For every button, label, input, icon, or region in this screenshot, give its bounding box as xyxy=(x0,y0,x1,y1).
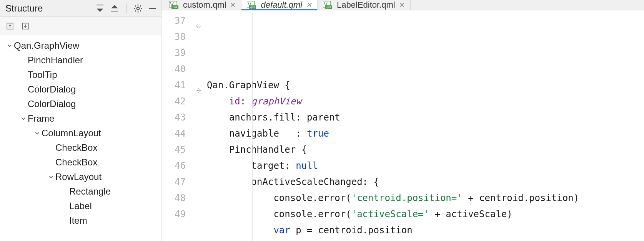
expand-top-icon[interactable] xyxy=(95,4,105,13)
collapse-bottom-icon[interactable] xyxy=(110,4,119,13)
tree-item-label: CheckBox xyxy=(55,142,97,153)
svg-point-0 xyxy=(137,7,140,10)
scroll-to-source-icon[interactable] xyxy=(5,21,15,31)
structure-subbar xyxy=(0,17,161,35)
code-line[interactable]: target: null xyxy=(207,158,644,174)
tree-item[interactable]: ToolTip xyxy=(0,68,161,82)
structure-title: Structure xyxy=(5,3,95,14)
fold-cell xyxy=(192,174,205,190)
qml-file-icon: qml xyxy=(169,1,179,9)
close-icon[interactable]: ✕ xyxy=(230,1,236,9)
separator xyxy=(126,3,126,13)
code-line[interactable]: var p = centroid.position xyxy=(207,222,644,238)
code-line[interactable]: console.error('activeScale=' + activeSca… xyxy=(207,206,644,222)
tree-item[interactable]: Label xyxy=(0,199,161,213)
code-line[interactable]: Qan.GraphView { xyxy=(207,77,644,93)
fold-column[interactable] xyxy=(192,10,205,241)
svg-rect-13 xyxy=(197,26,200,26)
svg-text:qml: qml xyxy=(251,6,255,9)
line-number: 42 xyxy=(161,93,186,109)
tree-item[interactable]: ColorDialog xyxy=(0,82,161,97)
tree-item[interactable]: Frame xyxy=(0,111,161,126)
code-line[interactable]: onActiveScaleChanged: { xyxy=(207,174,644,190)
tree-item[interactable]: Rectangle xyxy=(0,184,161,199)
gear-icon[interactable] xyxy=(133,4,143,13)
line-number: 43 xyxy=(161,109,186,125)
editor-area: qmlcustom.qml✕qmldefault.qml✕qmlLabelEdi… xyxy=(161,0,644,241)
code-line[interactable]: var f = activeScale > 1.0 ? 1. : -1. xyxy=(207,238,644,241)
code-content[interactable]: Qan.GraphView { id: graphView anchors.fi… xyxy=(205,10,644,241)
line-number: 44 xyxy=(161,125,186,142)
tree-item-label: PinchHandler xyxy=(28,55,83,66)
code-line[interactable]: id: graphView xyxy=(207,93,644,109)
tree-item-label: ToolTip xyxy=(28,69,57,80)
chevron-down-icon[interactable] xyxy=(33,130,42,136)
code-line[interactable]: console.error('centroid.position=' + cen… xyxy=(207,190,644,206)
fold-cell xyxy=(192,190,205,206)
editor-tab[interactable]: qmldefault.qml✕ xyxy=(241,0,318,10)
tree-item-label: CheckBox xyxy=(55,157,97,168)
line-number: 49 xyxy=(161,206,186,222)
line-number: 46 xyxy=(161,158,186,174)
code-line[interactable]: PinchHandler { xyxy=(207,142,644,158)
indent-guide xyxy=(230,13,230,241)
minimize-icon[interactable] xyxy=(148,4,157,13)
fold-cell xyxy=(192,109,205,125)
tree-item-label: Rectangle xyxy=(69,186,111,197)
line-number: 47 xyxy=(161,174,186,190)
svg-rect-14 xyxy=(197,90,200,91)
tree-item-label: RowLayout xyxy=(55,172,102,182)
svg-text:qml: qml xyxy=(326,6,331,9)
line-number: 45 xyxy=(161,142,186,158)
code-line[interactable]: navigable : true xyxy=(207,125,644,142)
scroll-from-source-icon[interactable] xyxy=(21,21,30,31)
app-root: Structure xyxy=(0,0,644,241)
fold-cell xyxy=(192,45,205,61)
tree-item[interactable]: ColorDialog xyxy=(0,97,161,111)
qml-file-icon: qml xyxy=(247,1,257,9)
tree-item[interactable]: PinchHandler xyxy=(0,53,161,68)
fold-cell xyxy=(192,29,205,45)
line-number: 48 xyxy=(161,190,186,206)
tree-item[interactable]: RowLayout xyxy=(0,170,161,184)
qml-file-icon: qml xyxy=(323,1,333,9)
structure-header-icons xyxy=(95,3,157,13)
fold-open-icon[interactable] xyxy=(196,18,202,24)
fold-cell xyxy=(192,61,205,77)
line-number: 37 xyxy=(161,13,186,29)
code-line[interactable]: anchors.fill: parent xyxy=(207,109,644,125)
svg-text:qml: qml xyxy=(173,6,177,9)
fold-cell xyxy=(192,206,205,222)
tree-item[interactable]: ColumnLayout xyxy=(0,126,161,140)
close-icon[interactable]: ✕ xyxy=(306,1,312,9)
editor-tab-label: LabelEditor.qml xyxy=(337,0,395,10)
line-number-gutter: 37383940414243444546474849 xyxy=(161,10,192,241)
fold-cell xyxy=(192,125,205,142)
fold-cell[interactable] xyxy=(192,77,205,93)
tree-item[interactable]: Item xyxy=(0,213,161,228)
editor-tabbar: qmlcustom.qml✕qmldefault.qml✕qmlLabelEdi… xyxy=(161,0,644,10)
tree-item[interactable]: CheckBox xyxy=(0,140,161,155)
close-icon[interactable]: ✕ xyxy=(399,1,405,9)
chevron-down-icon[interactable] xyxy=(47,174,55,180)
tree-item[interactable]: Qan.GraphView xyxy=(0,38,161,53)
tree-item-label: Frame xyxy=(28,113,54,124)
tree-item-label: ColumnLayout xyxy=(42,128,101,139)
tree-item-label: ColorDialog xyxy=(28,99,76,109)
structure-header: Structure xyxy=(0,0,161,17)
structure-panel: Structure xyxy=(0,0,161,241)
fold-cell[interactable] xyxy=(192,13,205,29)
editor-tab-label: custom.qml xyxy=(183,0,226,10)
editor-tab[interactable]: qmlLabelEditor.qml✕ xyxy=(318,0,411,10)
chevron-down-icon[interactable] xyxy=(5,43,14,48)
svg-rect-1 xyxy=(149,8,156,9)
fold-cell xyxy=(192,142,205,158)
structure-tree[interactable]: Qan.GraphViewPinchHandlerToolTipColorDia… xyxy=(0,35,161,241)
editor-tab[interactable]: qmlcustom.qml✕ xyxy=(164,0,241,10)
tree-item[interactable]: CheckBox xyxy=(0,155,161,170)
tree-item-label: Qan.GraphView xyxy=(14,40,79,51)
fold-open-icon[interactable] xyxy=(196,82,202,88)
chevron-down-icon[interactable] xyxy=(19,116,28,121)
code-editor[interactable]: 37383940414243444546474849 Qan.GraphView… xyxy=(161,10,644,241)
line-number: 41 xyxy=(161,77,186,93)
